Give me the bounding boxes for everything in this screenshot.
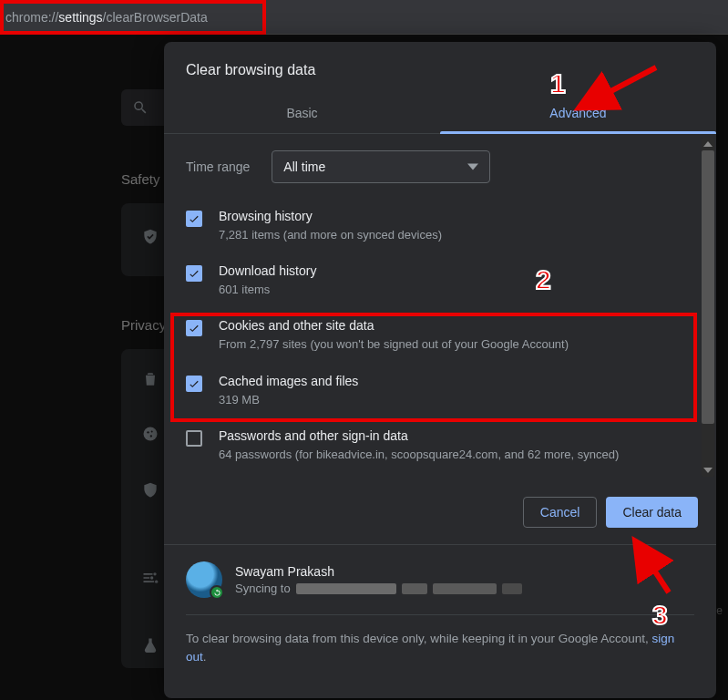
item-title: Cookies and other site data	[219, 318, 569, 333]
row-cookies[interactable]: Cookies and other site data From 2,797 s…	[186, 311, 694, 365]
avatar	[186, 561, 222, 598]
check-icon	[188, 267, 200, 280]
check-icon	[188, 212, 200, 225]
item-subtitle: 7,281 items (and more on synced devices)	[219, 227, 442, 243]
row-cached[interactable]: Cached images and files 319 MB	[186, 366, 694, 421]
account-note: To clear browsing data from this device …	[186, 630, 694, 667]
clear-data-button[interactable]: Clear data	[606, 497, 698, 528]
time-range-value: All time	[283, 160, 325, 174]
row-browsing-history[interactable]: Browsing history 7,281 items (and more o…	[186, 201, 694, 256]
dialog-footer: Cancel Clear data	[164, 480, 716, 544]
dialog-scroll-area: Time range All time Browsing history 7,2…	[164, 134, 716, 480]
url-text: chrome://settings/clearBrowserData	[0, 10, 208, 25]
redacted-text	[433, 583, 497, 594]
tab-advanced[interactable]: Advanced	[440, 95, 716, 133]
item-subtitle: 64 passwords (for bikeadvice.in, scoopsq…	[219, 447, 619, 463]
scrollbar-up[interactable]	[702, 138, 714, 150]
item-title: Passwords and other sign-in data	[219, 428, 619, 443]
time-range-label: Time range	[186, 160, 250, 174]
checkbox-cookies[interactable]	[186, 320, 202, 336]
account-name: Swayam Prakash	[235, 564, 522, 579]
item-title: Cached images and files	[219, 374, 358, 388]
redacted-text	[402, 583, 427, 594]
item-subtitle: 319 MB	[219, 392, 358, 408]
account-section: Swayam Prakash Syncing to To clear brows…	[164, 545, 716, 684]
item-subtitle: 601 items	[219, 282, 316, 298]
item-title: Download history	[219, 263, 316, 278]
address-bar[interactable]: chrome://settings/clearBrowserData	[0, 0, 728, 35]
checkbox-download-history[interactable]	[186, 265, 202, 282]
account-sync-line: Syncing to	[235, 582, 522, 595]
check-icon	[188, 377, 200, 390]
divider	[186, 614, 694, 615]
item-subtitle: From 2,797 sites (you won't be signed ou…	[219, 336, 569, 353]
redacted-text	[502, 583, 522, 594]
sync-badge-icon	[210, 585, 224, 600]
clear-browsing-data-dialog: Clear browsing data Basic Advanced Time …	[164, 42, 716, 698]
checkbox-browsing-history[interactable]	[186, 211, 202, 227]
checkbox-passwords[interactable]	[186, 430, 202, 447]
check-icon	[188, 322, 200, 335]
time-range-select[interactable]: All time	[272, 150, 490, 183]
tab-basic[interactable]: Basic	[164, 95, 440, 133]
scrollbar-down[interactable]	[702, 464, 714, 477]
item-title: Browsing history	[219, 209, 442, 223]
checkbox-cached[interactable]	[186, 376, 202, 392]
chevron-down-icon	[467, 161, 478, 172]
dialog-tabs: Basic Advanced	[164, 95, 716, 134]
row-download-history[interactable]: Download history 601 items	[186, 256, 694, 311]
scrollbar-thumb[interactable]	[702, 150, 714, 424]
row-passwords[interactable]: Passwords and other sign-in data 64 pass…	[186, 421, 694, 476]
redacted-text	[296, 583, 396, 594]
time-range-row: Time range All time	[186, 150, 694, 183]
dialog-title: Clear browsing data	[164, 42, 716, 95]
cancel-button[interactable]: Cancel	[523, 497, 598, 528]
